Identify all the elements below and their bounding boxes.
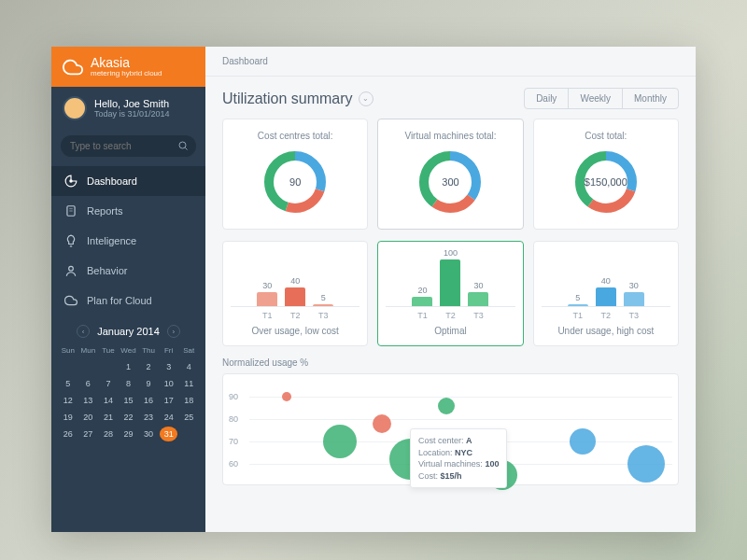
bar-label: T1 (568, 311, 588, 320)
cal-day[interactable]: 22 (120, 410, 138, 425)
donut-chart: $150,000 (574, 150, 638, 214)
cal-day[interactable]: 19 (59, 410, 78, 425)
bar-value: 40 (290, 276, 300, 286)
nav-label: Behavior (87, 265, 127, 276)
cal-day[interactable]: 11 (179, 376, 198, 391)
breadcrumb: Dashboard (205, 47, 696, 77)
search-input[interactable] (61, 135, 196, 157)
cal-day[interactable]: 26 (59, 427, 78, 441)
bar-fill (313, 304, 333, 307)
bar-value: 30 (473, 281, 483, 290)
person-icon (64, 264, 78, 277)
sidebar-item-plan-for-cloud[interactable]: Plan for Cloud (51, 286, 205, 315)
nav-label: Dashboard (87, 175, 137, 187)
cal-day[interactable]: 14 (99, 393, 118, 408)
cal-day[interactable]: 3 (160, 359, 178, 374)
cal-day[interactable]: 20 (79, 410, 98, 425)
sidebar-item-inteligence[interactable]: Inteligence (51, 226, 205, 256)
bubble-point[interactable] (570, 428, 596, 455)
bar-value: 100 (444, 248, 458, 258)
bar-label: T2 (596, 311, 616, 320)
chevron-down-icon[interactable]: ⌄ (359, 91, 374, 106)
cal-day-header: Sat (179, 343, 198, 357)
cal-day[interactable]: 5 (59, 376, 78, 391)
y-tick: 80 (229, 414, 238, 424)
user-block[interactable]: Hello, Joe Smith Today is 31/01/2014 (51, 87, 205, 130)
bar-fill (412, 297, 432, 306)
cal-day[interactable]: 7 (99, 376, 118, 391)
cal-day[interactable]: 13 (79, 393, 98, 408)
gauge-icon (64, 175, 78, 188)
cal-day[interactable]: 2 (139, 359, 158, 374)
bubble-point[interactable] (438, 398, 455, 414)
donut-value: $150,000 (585, 176, 627, 188)
bars-caption: Over usage, low cost (231, 326, 359, 336)
cal-day (79, 359, 98, 374)
bubble-point[interactable] (323, 425, 357, 458)
cloud-icon (63, 57, 83, 77)
bars-card: 54030T1T2T3Under usage, high cost (533, 241, 679, 346)
calendar: ‹ January 2014 › SunMunTueWedThuFriSat12… (51, 315, 205, 451)
bar-fill (440, 259, 460, 306)
cloud-icon (64, 294, 78, 307)
cal-day[interactable]: 1 (120, 359, 138, 374)
cal-day-header: Thu (139, 343, 158, 357)
cal-day[interactable]: 23 (139, 410, 158, 425)
cal-day[interactable]: 25 (179, 410, 198, 425)
user-greeting: Hello, Joe Smith (94, 98, 170, 109)
cal-day[interactable]: 15 (120, 393, 138, 408)
cal-day (59, 359, 78, 374)
cal-day[interactable]: 12 (59, 393, 78, 408)
bubble-point[interactable] (627, 445, 665, 483)
donut-title: Cost centres total: (231, 131, 359, 141)
cal-day[interactable]: 29 (120, 427, 138, 441)
period-weekly[interactable]: Weekly (569, 89, 623, 108)
bubble-point[interactable] (373, 414, 391, 433)
bar: 100 (440, 248, 460, 306)
cal-prev[interactable]: ‹ (77, 325, 90, 338)
sidebar-item-reports[interactable]: Reports (51, 196, 205, 226)
bar-fill (285, 287, 305, 306)
cal-day[interactable]: 10 (160, 376, 178, 391)
bubble-chart: 90807060Cost center: ALocation: NYCVirtu… (222, 373, 679, 485)
cal-day[interactable]: 27 (79, 427, 98, 441)
cal-day[interactable]: 8 (120, 376, 138, 391)
cal-day[interactable]: 30 (139, 427, 158, 441)
y-tick: 70 (229, 437, 238, 446)
cal-day[interactable]: 24 (160, 410, 178, 425)
cal-day[interactable]: 28 (99, 427, 118, 441)
cal-day[interactable]: 9 (139, 376, 158, 391)
donut-title: Virtual machines total: (386, 131, 514, 141)
cal-day[interactable]: 21 (99, 410, 118, 425)
bar: 20 (412, 286, 432, 306)
bar-value: 5 (321, 293, 326, 302)
bars-row: 30405T1T2T3Over usage, low cost2010030T1… (205, 241, 696, 357)
bar-fill (624, 292, 644, 306)
nav-list: DashboardReportsInteligenceBehaviorPlan … (51, 166, 205, 315)
y-tick: 60 (229, 459, 238, 469)
bars-caption: Under usage, high cost (542, 326, 670, 336)
cal-next[interactable]: › (167, 325, 180, 338)
cal-title: January 2014 (97, 326, 160, 337)
bars: 2010030 (386, 251, 514, 307)
cal-day-header: Mun (79, 343, 98, 357)
brand-name: Akasia (91, 56, 162, 69)
bar-labels: T1T2T3 (231, 311, 359, 320)
nav-label: Plan for Cloud (87, 295, 152, 306)
period-monthly[interactable]: Monthly (623, 89, 678, 108)
bubble-point[interactable] (282, 392, 291, 401)
sidebar-item-dashboard[interactable]: Dashboard (51, 166, 205, 196)
cal-day[interactable]: 4 (179, 359, 198, 374)
bar: 30 (624, 281, 644, 306)
cal-day[interactable]: 6 (79, 376, 98, 391)
cal-day[interactable]: 31 (160, 427, 178, 441)
cal-day[interactable]: 16 (139, 393, 158, 408)
cal-day[interactable]: 17 (160, 393, 178, 408)
svg-point-0 (179, 142, 186, 148)
sidebar-item-behavior[interactable]: Behavior (51, 256, 205, 286)
sidebar: Akasia metering hybrid cloud Hello, Joe … (51, 47, 205, 532)
cal-grid: SunMunTueWedThuFriSat1234567891011121314… (59, 343, 198, 441)
cal-day[interactable]: 18 (179, 393, 198, 408)
period-daily[interactable]: Daily (525, 89, 569, 108)
app-window: Akasia metering hybrid cloud Hello, Joe … (51, 47, 696, 532)
